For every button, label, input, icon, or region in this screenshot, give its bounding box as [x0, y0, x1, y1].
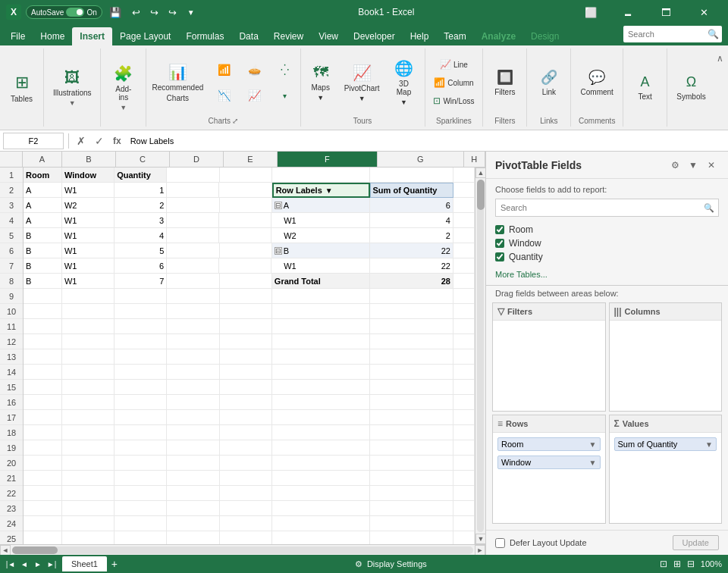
- column-sparkline-button[interactable]: 📶Column: [429, 74, 478, 91]
- row-header-21[interactable]: 21: [0, 471, 23, 486]
- formula-input[interactable]: [127, 133, 725, 149]
- vertical-scrollbar[interactable]: ▲ ▼: [475, 168, 485, 544]
- cell-H3[interactable]: [453, 198, 475, 213]
- cancel-formula-button[interactable]: ✗: [74, 135, 89, 147]
- cell-A3[interactable]: A: [24, 198, 62, 213]
- cell-C3[interactable]: 2: [115, 198, 167, 213]
- row-header-10[interactable]: 10: [0, 304, 23, 319]
- customize-qat-button[interactable]: ▼: [183, 4, 199, 20]
- row-header-2[interactable]: 2: [0, 183, 23, 198]
- row-header-13[interactable]: 13: [0, 349, 23, 365]
- cell-F8[interactable]: Grand Total: [272, 274, 370, 289]
- cell-C5[interactable]: 4: [115, 228, 167, 243]
- recommended-charts-button[interactable]: 📊 Recommended Charts: [147, 55, 208, 110]
- cell-H8[interactable]: [453, 274, 475, 289]
- row-header-19[interactable]: 19: [0, 440, 23, 456]
- tab-view[interactable]: View: [311, 27, 346, 45]
- row-header-16[interactable]: 16: [0, 395, 23, 410]
- row-header-8[interactable]: 8: [0, 274, 23, 289]
- cell-F4[interactable]: W1: [271, 213, 370, 228]
- cell-D6[interactable]: [167, 243, 219, 258]
- tab-home[interactable]: Home: [33, 27, 72, 45]
- area-chart-button[interactable]: 📈: [240, 83, 268, 108]
- symbols-button[interactable]: Ω Symbols: [672, 61, 710, 115]
- collapse-A-button[interactable]: ⊟: [275, 202, 282, 209]
- tab-team[interactable]: Team: [436, 27, 473, 45]
- cell-A1[interactable]: Room: [24, 168, 62, 183]
- pivotchart-button[interactable]: 📈 PivotChart ▼: [340, 55, 384, 110]
- row-header-12[interactable]: 12: [0, 334, 23, 349]
- maps-button[interactable]: 🗺 Maps ▼: [304, 55, 337, 110]
- cell-D8[interactable]: [167, 274, 219, 289]
- field-quantity-checkbox[interactable]: Quantity: [495, 250, 719, 264]
- scroll-track-vertical[interactable]: [477, 180, 484, 532]
- prev-sheet-button[interactable]: ◄: [18, 558, 30, 570]
- row-header-15[interactable]: 15: [0, 380, 23, 395]
- col-header-G[interactable]: G: [378, 152, 463, 167]
- cell-E2[interactable]: [219, 183, 271, 198]
- scroll-thumb-horizontal[interactable]: [12, 546, 58, 554]
- cell-C4[interactable]: 3: [115, 213, 167, 228]
- update-button[interactable]: Update: [673, 535, 719, 550]
- cell-E3[interactable]: [220, 198, 272, 213]
- values-sumqty-dropdown[interactable]: Sum of Quantity▼: [614, 437, 717, 451]
- col-header-F[interactable]: F: [278, 152, 378, 167]
- horizontal-scrollbar[interactable]: ◄ ►: [0, 544, 485, 555]
- cell-reference-input[interactable]: F2: [3, 133, 64, 149]
- row-header-14[interactable]: 14: [0, 365, 23, 380]
- pie-chart-button[interactable]: 🥧: [240, 58, 268, 82]
- more-charts-button[interactable]: ▾: [270, 83, 299, 108]
- restore-button[interactable]: 🗖: [649, 0, 684, 24]
- cell-G2[interactable]: Sum of Quantity: [370, 183, 453, 198]
- cell-H6[interactable]: [453, 243, 475, 258]
- cell-B7[interactable]: W1: [62, 258, 115, 274]
- row-header-25[interactable]: 25: [0, 531, 23, 544]
- rows-window-dropdown[interactable]: Window▼: [497, 456, 601, 469]
- cell-D5[interactable]: [167, 228, 219, 243]
- cell-H2[interactable]: [453, 183, 475, 198]
- col-header-H[interactable]: H: [464, 152, 485, 167]
- cell-H4[interactable]: [453, 213, 475, 228]
- ribbon-collapse-button[interactable]: ∧: [715, 52, 725, 65]
- add-sheet-button[interactable]: +: [107, 556, 122, 571]
- autosave-toggle[interactable]: AutoSave On: [26, 5, 102, 19]
- charts-expand-icon[interactable]: ⤢: [232, 117, 238, 125]
- undo-button[interactable]: ↩: [128, 4, 145, 20]
- cell-F3[interactable]: ⊟ A: [272, 198, 370, 213]
- pivot-close-button[interactable]: ✕: [704, 158, 719, 173]
- more-tables-link[interactable]: More Tables...: [495, 267, 548, 282]
- cell-G7[interactable]: 22: [370, 258, 453, 274]
- cell-A4[interactable]: A: [24, 213, 62, 228]
- scroll-thumb-vertical[interactable]: [477, 180, 485, 210]
- cell-G3[interactable]: 6: [370, 198, 453, 213]
- cell-G1[interactable]: [370, 168, 453, 183]
- insert-function-button[interactable]: fx: [110, 136, 124, 146]
- cell-B5[interactable]: W1: [62, 228, 115, 243]
- pivot-search-input[interactable]: [496, 203, 700, 212]
- defer-checkbox[interactable]: [495, 538, 505, 548]
- cell-E4[interactable]: [219, 213, 271, 228]
- slicer-button[interactable]: 🔲 Filters: [488, 55, 522, 110]
- cell-G4[interactable]: 4: [370, 213, 453, 228]
- sheet1-tab[interactable]: Sheet1: [62, 556, 107, 571]
- scroll-up-button[interactable]: ▲: [475, 168, 485, 178]
- cell-A8[interactable]: B: [24, 274, 62, 289]
- cell-A2[interactable]: A: [24, 183, 62, 198]
- col-header-E[interactable]: E: [224, 152, 278, 167]
- first-sheet-button[interactable]: |◄: [5, 558, 17, 570]
- bar-chart-button[interactable]: 📉: [209, 83, 238, 108]
- display-settings-icon[interactable]: ⚙: [355, 559, 362, 569]
- cell-A5[interactable]: B: [24, 228, 62, 243]
- scroll-down-button[interactable]: ▼: [475, 534, 485, 544]
- page-layout-view-icon[interactable]: ⊞: [673, 559, 681, 569]
- scatter-chart-button[interactable]: ⁛: [270, 58, 299, 82]
- redo-button[interactable]: ↪: [146, 4, 163, 20]
- tab-file[interactable]: File: [3, 27, 33, 45]
- pivot-expand-button[interactable]: ▼: [686, 158, 701, 173]
- row-header-17[interactable]: 17: [0, 410, 23, 425]
- filters-content[interactable]: [493, 321, 605, 411]
- columns-content[interactable]: [610, 321, 722, 411]
- row-header-22[interactable]: 22: [0, 486, 23, 501]
- column-chart-button[interactable]: 📶: [209, 58, 238, 82]
- field-window-checkbox[interactable]: Window: [495, 236, 719, 250]
